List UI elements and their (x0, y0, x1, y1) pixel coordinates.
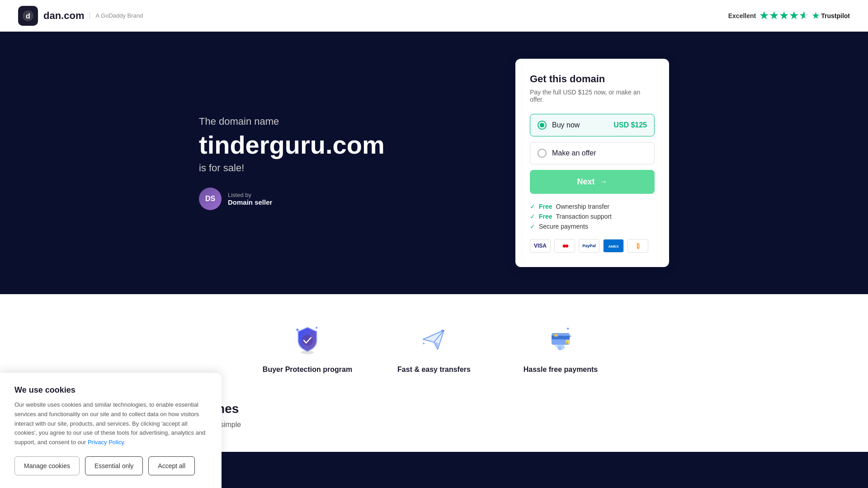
visa-icon: VISA (530, 239, 551, 253)
star-2 (769, 11, 778, 20)
benefit-1-text: Ownership transfer (556, 203, 609, 210)
svg-rect-18 (554, 334, 558, 337)
benefit-2-text: Transaction support (556, 213, 612, 220)
trustpilot-brand: Trustpilot (821, 12, 850, 19)
check-icon-1: ✓ (530, 203, 535, 210)
benefit-3: ✓ Secure payments (530, 223, 655, 230)
svg-text:AMEX: AMEX (608, 244, 619, 249)
make-offer-radio (538, 149, 547, 158)
trustpilot-logo: ★ Trustpilot (812, 11, 850, 21)
free-badge-1: Free (539, 203, 552, 210)
radio-inner (540, 123, 544, 127)
feature-payments: ✦ ✦ $ Hassle free payments (515, 321, 606, 375)
hero-domain: tinderguru.com (199, 131, 515, 159)
svg-text:d: d (26, 12, 30, 20)
mastercard-icon: ●● (554, 239, 575, 253)
payment-card-icon: ✦ ✦ $ (542, 321, 579, 357)
buy-now-price: USD $125 (613, 121, 647, 129)
svg-text:✦: ✦ (422, 342, 425, 346)
hero-forsale: is for sale! (199, 162, 515, 174)
next-label: Next (577, 177, 594, 187)
next-arrow-icon: → (599, 177, 608, 187)
free-badge-2: Free (539, 213, 552, 220)
essential-only-button[interactable]: Essential only (85, 456, 143, 475)
star-3 (779, 11, 788, 20)
star-1 (760, 11, 769, 20)
buy-now-radio (538, 121, 547, 130)
feature-buyer-protection: ✦ ✦ Buyer Protection program (262, 321, 353, 375)
payment-icons: VISA ●● PayPal AMEX ₿ (530, 239, 655, 253)
svg-text:$: $ (566, 341, 568, 344)
buy-now-text: Buy now (552, 121, 580, 129)
feature-2-title: Fast & easy transfers (397, 365, 471, 375)
logo-area: d dan.com A GoDaddy Brand (18, 6, 143, 26)
svg-text:✦: ✦ (566, 326, 570, 331)
tp-star-icon: ★ (812, 11, 819, 21)
svg-point-24 (563, 347, 566, 349)
logo-brand: A GoDaddy Brand (90, 12, 143, 19)
cookie-text-suffix: . (124, 439, 126, 446)
seller-info: Listed by Domain seller (228, 192, 272, 206)
logo-text: dan.com (43, 10, 84, 22)
benefit-2: ✓ Free Transaction support (530, 213, 655, 220)
svg-point-7 (301, 351, 314, 354)
hero-subtitle: The domain name (199, 116, 515, 127)
buy-card-title: Get this domain (530, 73, 655, 85)
header: d dan.com A GoDaddy Brand Excellent ★ Tr… (0, 0, 868, 32)
check-icon-3: ✓ (530, 223, 535, 230)
buy-card-subtitle: Pay the full USD $125 now, or make an of… (530, 89, 655, 103)
benefit-1: ✓ Free Ownership transfer (530, 203, 655, 210)
trustpilot-widget: Excellent ★ Trustpilot (728, 11, 850, 21)
star-4 (789, 11, 798, 20)
make-offer-text: Make an offer (552, 149, 596, 157)
hero-content: The domain name tinderguru.com is for sa… (199, 116, 515, 211)
feature-fast-transfers: ✦ ✦ Fast & easy transfers (389, 321, 479, 375)
manage-cookies-button[interactable]: Manage cookies (14, 456, 80, 475)
bottom-bar (222, 452, 868, 488)
svg-text:✦: ✦ (315, 325, 318, 330)
svg-point-22 (555, 344, 557, 347)
logo-icon: d (18, 6, 38, 26)
buy-now-label: Buy now (538, 121, 580, 130)
svg-rect-17 (552, 336, 570, 339)
bitcoin-icon: ₿ (627, 239, 648, 253)
hero-section: The domain name tinderguru.com is for sa… (0, 32, 868, 294)
svg-point-23 (558, 347, 561, 350)
accept-all-button[interactable]: Accept all (148, 456, 195, 475)
feature-1-title: Buyer Protection program (263, 365, 352, 375)
hero-seller: DS Listed by Domain seller (199, 188, 515, 210)
privacy-policy-link[interactable]: Privacy Policy (88, 439, 124, 446)
paper-plane-icon: ✦ ✦ (416, 321, 452, 357)
make-offer-label: Make an offer (538, 149, 596, 158)
trustpilot-stars (760, 11, 808, 20)
benefits-list: ✓ Free Ownership transfer ✓ Free Transac… (530, 203, 655, 230)
next-button[interactable]: Next → (530, 170, 655, 194)
amex-icon: AMEX (603, 239, 624, 253)
cookie-buttons: Manage cookies Essential only Accept all (14, 456, 207, 475)
check-icon-2: ✓ (530, 213, 535, 220)
seller-name: Domain seller (228, 198, 272, 206)
buy-card: Get this domain Pay the full USD $125 no… (515, 59, 669, 267)
trustpilot-label: Excellent (728, 12, 756, 19)
seller-avatar: DS (199, 188, 222, 210)
benefit-3-text: Secure payments (539, 223, 588, 230)
star-5-half (799, 11, 808, 20)
make-offer-option[interactable]: Make an offer (530, 142, 655, 164)
shield-icon: ✦ ✦ (289, 321, 326, 357)
cookie-text: Our website uses cookies and similar tec… (14, 400, 207, 447)
paypal-icon: PayPal (579, 239, 599, 253)
cookie-title: We use cookies (14, 385, 207, 395)
cookie-banner: We use cookies Our website uses cookies … (0, 373, 222, 488)
listed-by-label: Listed by (228, 192, 272, 198)
feature-3-title: Hassle free payments (524, 365, 598, 375)
buy-now-option[interactable]: Buy now USD $125 (530, 114, 655, 136)
